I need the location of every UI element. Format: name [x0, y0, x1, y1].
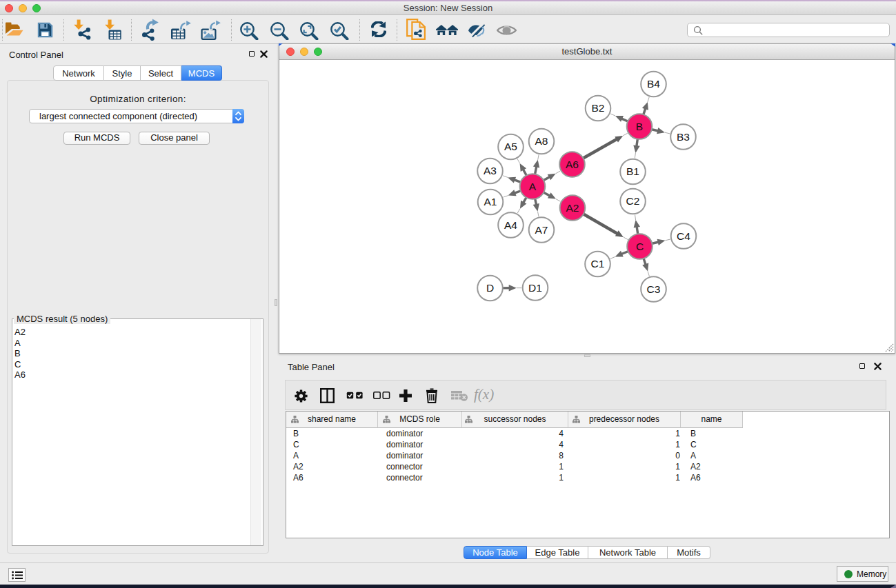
svg-text:B3: B3: [677, 131, 690, 143]
svg-text:A1: A1: [484, 196, 497, 207]
svg-text:A: A: [529, 181, 537, 192]
svg-text:A7: A7: [535, 224, 548, 236]
svg-text:A8: A8: [535, 135, 548, 147]
svg-text:D1: D1: [528, 282, 542, 294]
svg-text:C2: C2: [626, 195, 640, 207]
svg-text:B4: B4: [647, 78, 660, 90]
svg-text:B2: B2: [592, 102, 605, 114]
svg-text:A2: A2: [566, 202, 579, 214]
svg-text:C4: C4: [677, 230, 690, 242]
svg-text:B1: B1: [626, 165, 639, 177]
svg-text:A4: A4: [504, 219, 517, 231]
svg-text:C: C: [636, 241, 644, 252]
svg-text:B: B: [636, 121, 643, 132]
svg-text:C3: C3: [647, 283, 661, 295]
svg-text:C1: C1: [591, 258, 605, 270]
svg-text:A6: A6: [566, 159, 579, 170]
svg-text:A5: A5: [504, 141, 517, 152]
svg-text:D: D: [486, 282, 494, 294]
svg-text:A3: A3: [484, 165, 497, 176]
